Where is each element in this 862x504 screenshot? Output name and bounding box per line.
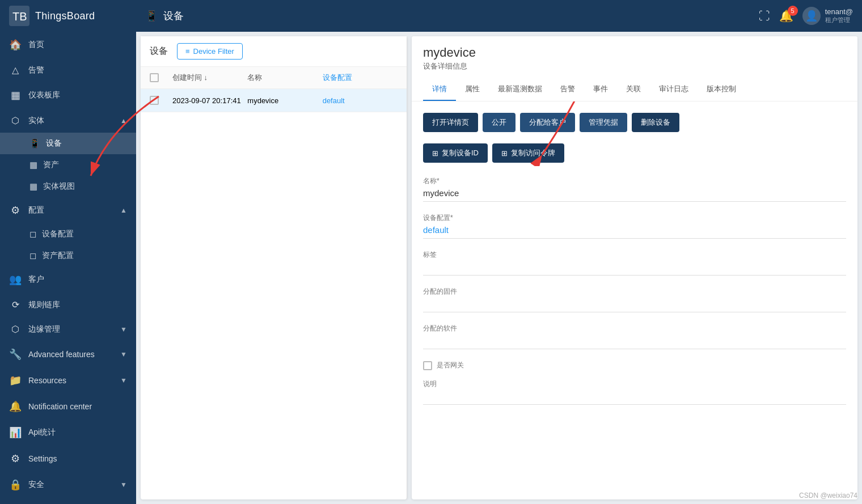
manage-credential-button[interactable]: 管理凭据 — [580, 113, 627, 132]
gateway-label: 是否网关 — [437, 361, 464, 370]
sidebar-item-dashboard[interactable]: ▦ 仪表板库 — [0, 82, 136, 108]
tab-alarm[interactable]: 告警 — [551, 78, 584, 101]
sidebar-item-alert-label: 告警 — [28, 65, 127, 75]
sidebar-item-api[interactable]: 📊 Api统计 — [0, 420, 136, 446]
sidebar-item-resources[interactable]: 📁 Resources ▼ — [0, 367, 136, 393]
copy-access-token-button[interactable]: ⊞ 复制访问令牌 — [492, 143, 564, 163]
topbar-device-icon: 📱 — [145, 10, 158, 22]
gateway-checkbox[interactable] — [423, 361, 432, 370]
security-icon: 🔒 — [9, 478, 22, 491]
user-name: tenant@ — [825, 7, 853, 16]
open-detail-button[interactable]: 打开详情页 — [423, 113, 478, 132]
sidebar-item-config-label: 配置 — [28, 205, 120, 215]
sidebar-item-asset-config[interactable]: ◻ 资产配置 — [0, 245, 136, 266]
logo-icon: TB — [9, 6, 29, 26]
entity-view-icon: ▦ — [29, 181, 37, 192]
manage-credential-label: 管理凭据 — [589, 117, 618, 128]
table-header: 创建时间 ↓ 名称 设备配置 — [141, 67, 407, 89]
filter-label: Device Filter — [193, 47, 234, 56]
sidebar-item-assets[interactable]: ▦ 资产 — [0, 154, 136, 176]
public-button[interactable]: 公开 — [483, 113, 515, 132]
row-checkbox[interactable] — [150, 96, 159, 105]
sidebar-item-rulechain[interactable]: ⟳ 规则链库 — [0, 293, 136, 317]
entity-icon: ⬡ — [9, 115, 22, 126]
sidebar-item-rulechain-label: 规则链库 — [28, 300, 127, 310]
sidebar-item-entity[interactable]: ⬡ 实体 ▲ — [0, 108, 136, 133]
sidebar-item-edge[interactable]: ⬡ 边缘管理 ▼ — [0, 317, 136, 341]
device-list-panel: 设备 ≡ Device Filter 创建时间 ↓ 名称 — [141, 36, 407, 499]
col-name-label: 名称 — [247, 73, 262, 83]
sidebar-item-advanced[interactable]: 🔧 Advanced features ▼ — [0, 341, 136, 367]
delete-device-button[interactable]: 删除设备 — [632, 113, 679, 132]
user-menu[interactable]: 👤 tenant@ 租户管理 — [802, 7, 853, 25]
fullscreen-icon: ⛶ — [759, 10, 770, 23]
config-icon: ⚙ — [9, 204, 22, 217]
action-buttons: 打开详情页 公开 分配给客户 管理凭据 删除设备 — [423, 113, 846, 132]
main-area: 📱 设备 ⛶ 🔔 5 👤 tenant@ 租户管理 — [136, 0, 862, 504]
resources-chevron-icon: ▼ — [120, 376, 127, 384]
assign-customer-button[interactable]: 分配给客户 — [520, 113, 575, 132]
rulechain-icon: ⟳ — [9, 299, 22, 310]
sidebar-item-notification[interactable]: 🔔 Notification center — [0, 393, 136, 420]
sidebar-item-settings[interactable]: ⚙ Settings — [0, 446, 136, 472]
sidebar-item-devices-label: 设备 — [46, 138, 62, 149]
resources-icon: 📁 — [9, 374, 22, 387]
sidebar-item-security[interactable]: 🔒 安全 ▼ — [0, 472, 136, 498]
sidebar-item-devices[interactable]: 📱 设备 — [0, 133, 136, 154]
firmware-label: 分配的固件 — [423, 287, 846, 297]
sidebar-item-home[interactable]: 🏠 首页 — [0, 32, 136, 58]
notification-icon: 🔔 — [9, 400, 22, 413]
sidebar-item-customers[interactable]: 👥 客户 — [0, 266, 136, 293]
col-checkbox — [150, 73, 172, 83]
avatar-icon: 👤 — [805, 10, 818, 22]
gateway-field: 是否网关 — [423, 361, 846, 370]
settings-icon: ⚙ — [9, 452, 22, 465]
detail-tabs: 详情 属性 最新遥测数据 告警 事件 关联 审计日志 版本控制 — [423, 78, 846, 101]
sidebar-item-advanced-label: Advanced features — [28, 350, 120, 359]
copy-access-token-icon: ⊞ — [501, 149, 508, 158]
sidebar-item-edge-label: 边缘管理 — [28, 324, 120, 334]
sidebar-item-security-label: 安全 — [28, 480, 120, 490]
tab-detail[interactable]: 详情 — [423, 78, 456, 101]
edge-icon: ⬡ — [9, 324, 22, 334]
tab-relation[interactable]: 关联 — [617, 78, 650, 101]
sidebar-item-customers-label: 客户 — [28, 274, 127, 285]
sidebar-item-device-config-label: 设备配置 — [42, 229, 74, 239]
tags-field: 标签 — — [423, 250, 846, 276]
col-date-label: 创建时间 ↓ — [172, 73, 208, 83]
copy-device-id-label: 复制设备ID — [442, 148, 479, 158]
tab-event[interactable]: 事件 — [584, 78, 617, 101]
sidebar-item-home-label: 首页 — [28, 40, 127, 50]
device-subtitle: 设备详细信息 — [423, 61, 846, 71]
sidebar-item-config[interactable]: ⚙ 配置 ▲ — [0, 197, 136, 223]
tab-audit[interactable]: 审计日志 — [650, 78, 698, 101]
notification-button[interactable]: 🔔 5 — [779, 9, 793, 23]
header-checkbox[interactable] — [150, 73, 159, 82]
row-checkbox-cell — [150, 96, 172, 105]
device-filter-button[interactable]: ≡ Device Filter — [177, 43, 243, 60]
tab-version[interactable]: 版本控制 — [698, 78, 745, 101]
advanced-icon: 🔧 — [9, 348, 22, 361]
fullscreen-button[interactable]: ⛶ — [759, 10, 770, 23]
name-field: 名称* mydevice — [423, 176, 846, 202]
copy-device-id-button[interactable]: ⊞ 复制设备ID — [423, 143, 488, 163]
name-label: 名称* — [423, 176, 846, 186]
sidebar-item-device-config[interactable]: ◻ 设备配置 — [0, 223, 136, 245]
home-icon: 🏠 — [9, 39, 22, 51]
software-value: — — [423, 336, 846, 349]
detail-panel: mydevice 设备详细信息 详情 属性 最新遥测数据 告警 事件 关联 审计… — [412, 36, 857, 499]
row-config: default — [323, 96, 398, 105]
sidebar-item-alert[interactable]: △ 告警 — [0, 58, 136, 82]
copy-access-token-label: 复制访问令牌 — [511, 148, 555, 158]
col-name[interactable]: 名称 — [247, 73, 322, 83]
table-row[interactable]: 2023-09-07 20:17:41 mydevice default — [141, 89, 407, 112]
sidebar-item-entity-view[interactable]: ▦ 实体视图 — [0, 176, 136, 197]
sidebar-logo: TB ThingsBoard — [0, 0, 136, 32]
tab-attributes[interactable]: 属性 — [456, 78, 489, 101]
notification-badge: 5 — [788, 6, 798, 16]
entity-chevron-icon: ▲ — [120, 117, 127, 125]
tab-telemetry[interactable]: 最新遥测数据 — [489, 78, 551, 101]
col-date[interactable]: 创建时间 ↓ — [172, 73, 247, 83]
col-config[interactable]: 设备配置 — [323, 73, 398, 83]
user-avatar: 👤 — [802, 7, 821, 25]
